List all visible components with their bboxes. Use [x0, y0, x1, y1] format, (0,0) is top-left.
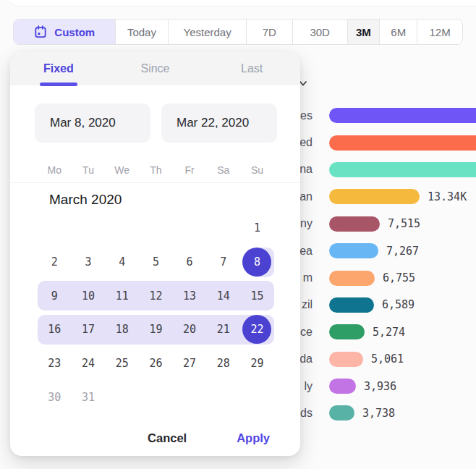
weekday-fr: Fr: [173, 164, 207, 176]
chart-value: 6,755: [383, 271, 415, 284]
cancel-button[interactable]: Cancel: [143, 431, 191, 446]
calendar-empty-cell: [139, 380, 173, 414]
date-range-toolbar: Custom TodayYesterday7D30D3M6M12M: [13, 19, 463, 45]
day-number: 28: [209, 349, 238, 378]
calendar-day-14[interactable]: 14: [206, 279, 240, 313]
chart-bar: [329, 297, 374, 313]
day-number: 14: [209, 282, 238, 310]
calendar-day-25[interactable]: 25: [105, 347, 139, 381]
calendar-day-16[interactable]: 16: [38, 313, 72, 347]
calendar-day-12[interactable]: 12: [139, 279, 173, 313]
day-number: 9: [40, 282, 69, 310]
chart-row[interactable]: es: [273, 102, 476, 129]
calendar-day-23[interactable]: 23: [38, 347, 72, 381]
day-number: 23: [40, 349, 69, 378]
chart-row[interactable]: ce5,274: [273, 318, 476, 345]
calendar-day-21[interactable]: 21: [206, 313, 240, 347]
apply-button[interactable]: Apply: [232, 431, 274, 446]
preset-7d[interactable]: 7D: [246, 20, 292, 44]
chart-bar: [329, 379, 356, 394]
chart-value: 6,589: [382, 298, 415, 311]
calendar-day-2[interactable]: 2: [38, 245, 72, 279]
countries-bar-chart: esednaan13.34Kny7,515ea7,267m6,755zil6,5…: [273, 102, 476, 427]
top-card-edge: [9, 0, 476, 6]
calendar-day-26[interactable]: 26: [139, 347, 173, 381]
chart-row[interactable]: ed: [273, 129, 476, 156]
chart-bar: [329, 189, 420, 204]
chart-row[interactable]: da5,061: [273, 346, 476, 373]
preset-yesterday[interactable]: Yesterday: [168, 20, 246, 44]
calendar-day-8[interactable]: 8: [240, 245, 274, 279]
start-date-input[interactable]: Mar 8, 2020: [35, 103, 150, 143]
calendar-day-15[interactable]: 15: [240, 279, 274, 313]
preset-12m[interactable]: 12M: [417, 20, 462, 44]
calendar-grid: 1234567891011121314151617181920212223242…: [38, 211, 274, 414]
chart-value: 7,515: [388, 217, 420, 230]
chart-bar: [329, 243, 378, 258]
calendar-day-5[interactable]: 5: [139, 245, 173, 279]
end-date-input[interactable]: Mar 22, 2020: [161, 103, 277, 143]
calendar-day-28[interactable]: 28: [206, 347, 240, 381]
day-number: 26: [141, 349, 170, 378]
calendar-day-10[interactable]: 10: [72, 279, 106, 313]
tab-fixed[interactable]: Fixed: [10, 62, 107, 75]
day-number: 4: [108, 248, 137, 276]
calendar-day-9[interactable]: 9: [38, 279, 72, 313]
day-number: 30: [40, 383, 69, 412]
preset-6m[interactable]: 6M: [379, 20, 417, 44]
calendar-day-1[interactable]: 1: [240, 211, 274, 245]
day-number: 10: [74, 282, 103, 310]
day-number: 1: [242, 214, 271, 242]
chart-row[interactable]: na: [273, 156, 476, 183]
calendar-empty-cell: [139, 211, 173, 245]
chart-value: 7,267: [386, 245, 419, 258]
day-number: 31: [74, 383, 103, 412]
calendar-day-29[interactable]: 29: [240, 347, 274, 381]
custom-range-button[interactable]: Custom: [14, 20, 115, 44]
tab-since[interactable]: Since: [107, 62, 204, 75]
weekday-th: Th: [139, 164, 173, 176]
calendar-day-27[interactable]: 27: [173, 347, 207, 381]
day-number: 17: [74, 315, 103, 344]
calendar-day-3[interactable]: 3: [72, 245, 106, 279]
calendar-day-22[interactable]: 22: [240, 313, 274, 347]
calendar-icon: [33, 25, 48, 39]
calendar-day-18[interactable]: 18: [105, 313, 139, 347]
chart-row[interactable]: ny7,515: [273, 211, 476, 237]
calendar-day-13[interactable]: 13: [173, 279, 207, 313]
chart-row[interactable]: ly3,936: [273, 373, 476, 400]
preset-30d[interactable]: 30D: [292, 20, 347, 44]
calendar-day-24[interactable]: 24: [72, 347, 106, 381]
calendar-day-4[interactable]: 4: [105, 245, 139, 279]
chart-value: 13.34K: [428, 190, 467, 203]
chart-bar: [329, 324, 365, 339]
chart-row[interactable]: zil6,589: [273, 292, 476, 318]
calendar-day-19[interactable]: 19: [139, 313, 173, 347]
calendar-day-20[interactable]: 20: [173, 313, 207, 347]
chart-value: 3,936: [364, 380, 396, 393]
day-number: 2: [40, 248, 69, 276]
calendar-day-11[interactable]: 11: [105, 279, 139, 313]
calendar-empty-cell: [105, 211, 139, 245]
chart-row[interactable]: ds3,738: [273, 400, 476, 426]
day-number: 25: [108, 349, 137, 378]
chart-bar: [329, 216, 380, 232]
calendar-day-6[interactable]: 6: [173, 245, 207, 279]
calendar-day-30: 30: [38, 380, 72, 414]
chart-row[interactable]: ea7,267: [273, 237, 476, 264]
chart-row[interactable]: an13.34K: [273, 183, 476, 210]
calendar-empty-cell: [38, 211, 72, 245]
calendar-day-17[interactable]: 17: [72, 313, 106, 347]
chart-row[interactable]: m6,755: [273, 264, 476, 291]
day-number: 27: [175, 349, 204, 378]
tab-last[interactable]: Last: [203, 62, 300, 75]
preset-today[interactable]: Today: [115, 20, 169, 44]
calendar-day-7[interactable]: 7: [206, 245, 240, 279]
preset-3m[interactable]: 3M: [347, 20, 380, 44]
chart-bar: [329, 108, 476, 123]
day-number: 20: [175, 315, 204, 344]
day-number: 19: [141, 315, 170, 344]
calendar-day-31: 31: [72, 380, 106, 414]
weekday-su: Su: [240, 164, 274, 176]
chart-bar: [329, 352, 363, 367]
